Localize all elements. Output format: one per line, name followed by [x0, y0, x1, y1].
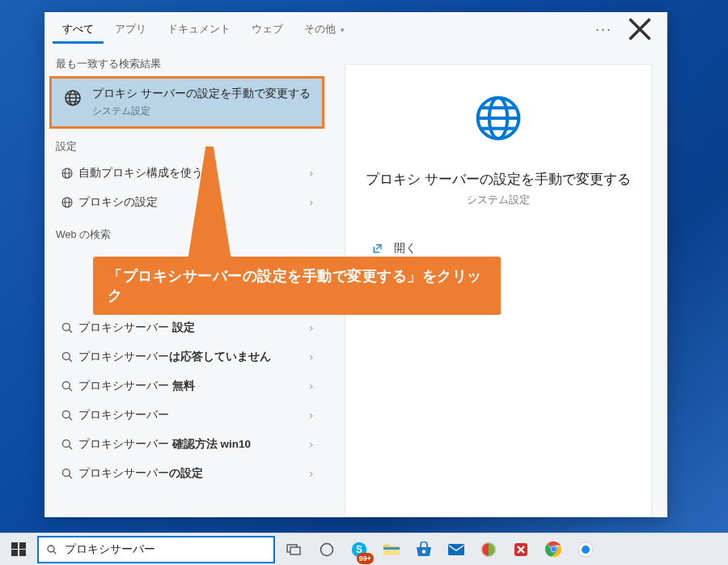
start-button[interactable]	[0, 533, 37, 566]
globe-icon	[56, 166, 78, 181]
task-view-button[interactable]	[278, 533, 311, 566]
store-icon	[415, 542, 433, 558]
search-icon	[45, 543, 58, 556]
svg-rect-16	[290, 547, 300, 554]
chevron-right-icon: ›	[308, 196, 315, 209]
settings-result-label: 自動プロキシ構成を使う	[78, 166, 308, 181]
svg-rect-21	[383, 547, 400, 550]
tab-all[interactable]: すべて	[53, 15, 104, 44]
windows-logo-icon	[11, 542, 26, 557]
section-settings: 設定	[44, 129, 329, 159]
chrome-icon	[545, 541, 562, 558]
chevron-right-icon: ›	[308, 167, 315, 180]
chevron-right-icon: ›	[308, 380, 315, 393]
svg-point-29	[551, 547, 556, 552]
best-match-title: プロキシ サーバーの設定を手動で変更する	[92, 87, 311, 101]
close-button[interactable]	[624, 13, 656, 45]
settings-result-proxy[interactable]: プロキシの設定 ›	[44, 188, 329, 217]
svg-point-22	[422, 550, 426, 554]
taskbar-search-box[interactable]: プロキシサーバー	[37, 536, 275, 563]
svg-point-7	[62, 353, 70, 360]
search-query-text: プロキシサーバー	[65, 542, 155, 557]
svg-point-17	[321, 543, 333, 555]
web-suggestion-label: プロキシサーバー 設定	[78, 321, 308, 335]
chevron-right-icon: ›	[308, 467, 315, 480]
web-suggestion-label: プロキシサーバー	[78, 408, 308, 423]
search-scope-tabs: すべて アプリ ドキュメント ウェブ その他 ▾	[53, 15, 595, 44]
detail-subtitle: システム設定	[467, 193, 530, 207]
search-icon	[56, 408, 78, 423]
search-icon	[56, 350, 78, 364]
taskbar-app-store[interactable]	[408, 533, 440, 566]
web-suggestion[interactable]: プロキシサーバー›	[44, 401, 329, 430]
svg-rect-23	[448, 544, 464, 555]
search-icon	[56, 466, 78, 481]
svg-point-10	[62, 440, 70, 448]
annotation-callout: 「プロキシサーバーの設定を手動で変更する」をクリック	[93, 257, 501, 315]
more-options-button[interactable]: ···	[595, 21, 612, 38]
tab-more[interactable]: その他 ▾	[294, 15, 354, 44]
web-suggestion[interactable]: プロキシサーバーは応答していません›	[44, 342, 329, 372]
web-suggestion-label: プロキシサーバー 確認方法 win10	[78, 437, 308, 452]
tab-apps[interactable]: アプリ	[105, 15, 156, 44]
taskbar: プロキシサーバー S 99+	[0, 533, 728, 565]
svg-point-6	[62, 324, 70, 331]
settings-result-autoproxy[interactable]: 自動プロキシ構成を使う ›	[44, 159, 329, 188]
chevron-right-icon: ›	[308, 321, 315, 334]
search-icon	[56, 379, 78, 393]
section-web-search: Web の検索	[44, 217, 329, 247]
svg-point-31	[582, 546, 590, 554]
best-match-result[interactable]: プロキシ サーバーの設定を手動で変更する システム設定	[49, 76, 324, 129]
app-icon	[513, 542, 529, 558]
search-icon	[56, 321, 78, 335]
start-search-panel: すべて アプリ ドキュメント ウェブ その他 ▾ ··· 最も一致する検索結果	[44, 12, 667, 517]
settings-result-label: プロキシの設定	[78, 195, 308, 210]
taskbar-app-skype[interactable]: S 99+	[343, 533, 375, 566]
tab-documents[interactable]: ドキュメント	[158, 15, 240, 44]
taskbar-app-generic-1[interactable]	[472, 533, 505, 566]
section-best-match: 最も一致する検索結果	[44, 46, 329, 76]
annotation-text: 「プロキシサーバーの設定を手動で変更する」をクリック	[108, 266, 486, 305]
open-label: 開く	[394, 241, 417, 256]
svg-point-11	[62, 469, 70, 477]
web-suggestion-label: プロキシサーバーは応答していません	[78, 350, 308, 364]
svg-point-8	[62, 382, 70, 389]
taskbar-app-mail[interactable]	[440, 533, 472, 566]
globe-icon	[56, 195, 78, 210]
svg-point-9	[62, 411, 70, 418]
web-suggestion-label: プロキシサーバーの設定	[78, 466, 308, 481]
tab-web[interactable]: ウェブ	[242, 15, 293, 44]
chevron-down-icon: ▾	[341, 26, 345, 34]
notification-badge: 99+	[357, 553, 374, 564]
taskbar-app-generic-2[interactable]	[505, 533, 537, 566]
globe-icon	[57, 87, 89, 118]
detail-title: プロキシ サーバーの設定を手動で変更する	[366, 170, 631, 189]
close-icon	[624, 13, 656, 45]
web-suggestion[interactable]: プロキシサーバー 確認方法 win10›	[44, 430, 329, 459]
tab-more-label: その他	[304, 23, 336, 35]
svg-point-14	[48, 546, 54, 552]
web-suggestion[interactable]: プロキシサーバーの設定›	[44, 459, 329, 488]
taskbar-app-explorer[interactable]	[375, 533, 408, 566]
chevron-right-icon: ›	[308, 350, 315, 363]
web-suggestion[interactable]: プロキシサーバー 無料›	[44, 372, 329, 401]
taskbar-app-chrome[interactable]	[537, 533, 569, 566]
best-match-subtitle: システム設定	[92, 104, 311, 118]
cortana-icon	[319, 542, 335, 558]
app-icon	[480, 542, 497, 558]
taskbar-app-generic-3[interactable]	[569, 533, 602, 566]
app-icon	[578, 542, 594, 558]
folder-icon	[383, 542, 400, 557]
globe-icon	[472, 92, 524, 147]
search-titlebar: すべて アプリ ドキュメント ウェブ その他 ▾ ···	[44, 12, 667, 46]
web-suggestion[interactable]: プロキシサーバー 設定›	[44, 313, 329, 342]
web-suggestion-label: プロキシサーバー 無料	[78, 379, 308, 393]
mail-icon	[447, 543, 465, 556]
cortana-button[interactable]	[311, 533, 343, 566]
search-icon	[56, 437, 78, 452]
chevron-right-icon: ›	[308, 409, 315, 422]
task-view-icon	[286, 543, 303, 556]
chevron-right-icon: ›	[308, 438, 315, 451]
open-icon	[371, 242, 384, 255]
